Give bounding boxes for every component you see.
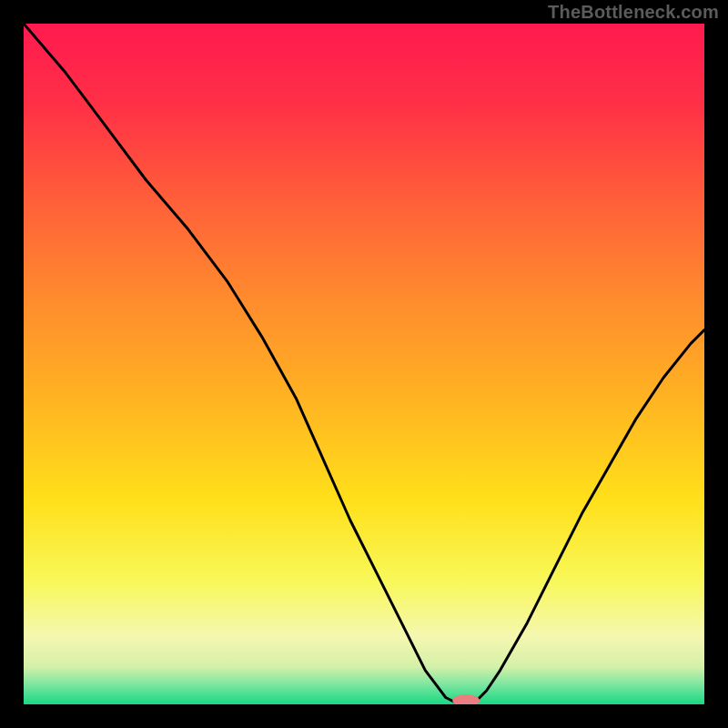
chart-background (24, 24, 704, 704)
chart-svg (24, 24, 704, 704)
attribution-text: TheBottleneck.com (548, 2, 719, 23)
bottleneck-chart (24, 24, 704, 704)
chart-container: TheBottleneck.com (0, 0, 728, 728)
